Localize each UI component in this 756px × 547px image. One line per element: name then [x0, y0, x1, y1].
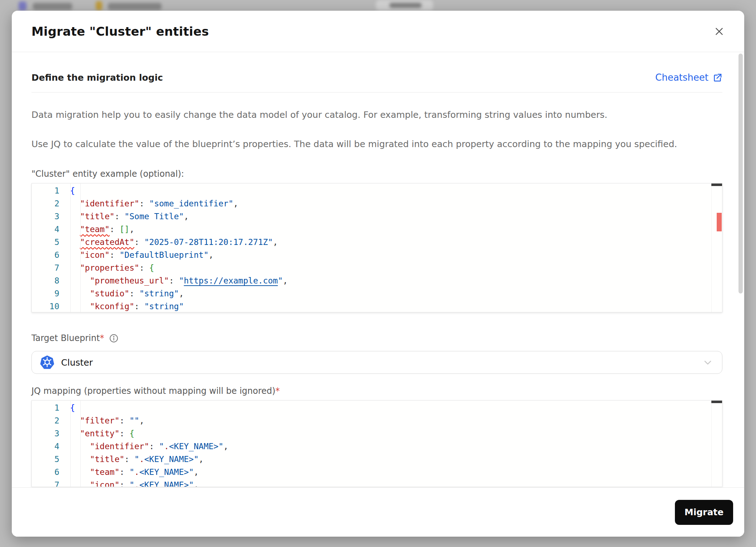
line-number: 9: [32, 287, 59, 300]
horizontal-scrollbar[interactable]: [711, 401, 722, 403]
entity-example-label: "Cluster" entity example (optional):: [31, 168, 722, 180]
code-line: "kconfig": "string": [70, 300, 722, 312]
overview-ruler: [711, 401, 722, 487]
code-line: "team": [],: [70, 223, 722, 236]
code-line: "filter": "",: [70, 414, 722, 427]
line-number: 7: [32, 261, 59, 274]
section-title: Define the migration logic: [31, 72, 163, 83]
code-line: "icon": "DefaultBlueprint",: [70, 249, 722, 261]
jq-mapping-label-text: JQ mapping (properties without mapping w…: [31, 386, 275, 396]
description-paragraph-1: Data migration help you to easily change…: [31, 109, 722, 121]
chevron-down-icon: [702, 357, 713, 368]
code-line: {: [70, 401, 722, 414]
kubernetes-icon: [40, 355, 55, 370]
indent-guide: [80, 184, 81, 312]
line-number-gutter: 12345678910: [32, 184, 70, 312]
line-number: 1: [32, 184, 59, 197]
close-icon: [715, 27, 724, 36]
entity-example-code-editor[interactable]: 12345678910 { "identifier": "some_identi…: [31, 183, 722, 312]
line-number: 4: [32, 223, 59, 236]
modal-title: Migrate "Cluster" entities: [31, 24, 209, 39]
code-line: "identifier": ".<KEY_NAME>",: [70, 440, 722, 453]
line-number: 4: [32, 440, 59, 453]
info-icon[interactable]: [109, 333, 119, 343]
error-marker: [717, 213, 722, 231]
line-number: 2: [32, 197, 59, 210]
code-line: "icon": ".<KEY_NAME>",: [70, 478, 722, 487]
close-button[interactable]: [711, 24, 727, 39]
target-blueprint-value: Cluster: [61, 357, 93, 368]
line-number-gutter: 1234567: [32, 401, 70, 487]
code-content: { "identifier": "some_identifier", "titl…: [70, 184, 722, 312]
code-line: "prometheus_url": "https://example.com",: [70, 274, 722, 287]
target-blueprint-select[interactable]: Cluster: [31, 351, 722, 374]
code-line: "properties": {: [70, 261, 722, 274]
line-number: 5: [32, 236, 59, 249]
line-number: 1: [32, 401, 59, 414]
cheatsheet-link[interactable]: Cheatsheet: [655, 72, 722, 83]
description-paragraph-2: Use JQ to calculate the value of the blu…: [31, 138, 722, 150]
horizontal-scrollbar[interactable]: [711, 184, 722, 186]
code-line: "title": ".<KEY_NAME>",: [70, 453, 722, 466]
overview-ruler: [711, 184, 722, 312]
modal-scrollbar-thumb[interactable]: [738, 54, 743, 293]
line-number: 2: [32, 414, 59, 427]
required-asterisk: *: [275, 386, 280, 396]
line-number: 8: [32, 274, 59, 287]
jq-mapping-code-editor[interactable]: 1234567 { "filter": "", "entity": { "ide…: [31, 400, 722, 487]
code-content: { "filter": "", "entity": { "identifier"…: [70, 401, 722, 487]
line-number: 6: [32, 249, 59, 261]
line-number: 6: [32, 466, 59, 478]
code-line: "studio": "string",: [70, 287, 722, 300]
jq-mapping-label: JQ mapping (properties without mapping w…: [31, 385, 722, 397]
code-line: "createdAt": "2025-07-28T11:20:17.271Z",: [70, 236, 722, 249]
indent-guide: [70, 184, 71, 312]
modal-body: Define the migration logic Cheatsheet Da…: [12, 52, 744, 487]
migrate-button[interactable]: Migrate: [675, 500, 733, 525]
migrate-entities-modal: Migrate "Cluster" entities Define the mi…: [12, 11, 744, 537]
code-line: "title": "Some Title",: [70, 210, 722, 223]
modal-header: Migrate "Cluster" entities: [12, 11, 744, 52]
line-number: 3: [32, 427, 59, 440]
indent-guide: [70, 401, 71, 487]
code-line: "identifier": "some_identifier",: [70, 197, 722, 210]
code-line: {: [70, 184, 722, 197]
modal-footer: Migrate: [12, 487, 744, 537]
target-blueprint-label: Target Blueprint*: [31, 332, 722, 344]
section-divider: [31, 92, 722, 92]
line-number: 3: [32, 210, 59, 223]
code-line: "team": ".<KEY_NAME>",: [70, 466, 722, 478]
required-asterisk: *: [100, 333, 104, 343]
line-number: 7: [32, 478, 59, 487]
line-number: 5: [32, 453, 59, 466]
line-number: 10: [32, 300, 59, 312]
code-line: "entity": {: [70, 427, 722, 440]
indent-guide: [80, 401, 81, 487]
cheatsheet-label: Cheatsheet: [655, 72, 708, 83]
target-blueprint-label-text: Target Blueprint: [31, 333, 100, 343]
external-link-icon: [713, 73, 722, 82]
